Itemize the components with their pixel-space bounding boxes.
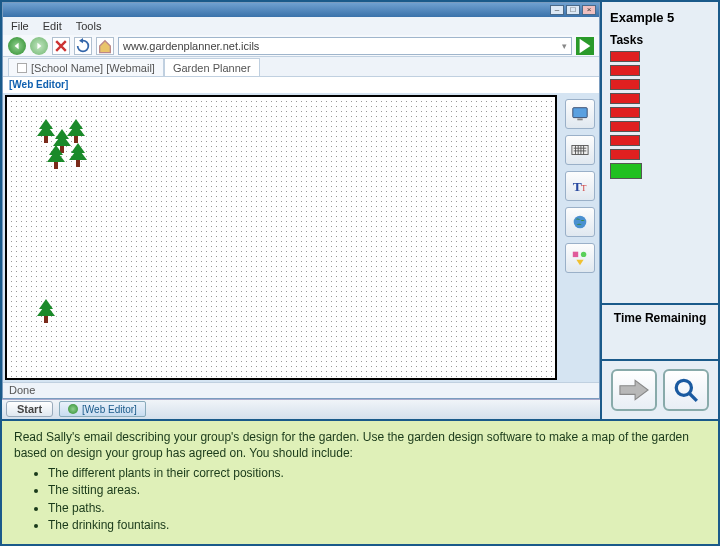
forward-button[interactable] <box>30 37 48 55</box>
svg-marker-14 <box>576 260 583 265</box>
task-indicator-done <box>610 121 640 132</box>
instruction-item: The drinking fountains. <box>48 517 706 533</box>
task-indicator-current <box>610 163 642 179</box>
zoom-button[interactable] <box>663 369 709 411</box>
minimize-button[interactable]: – <box>550 5 564 15</box>
nav-buttons <box>602 359 718 419</box>
task-indicator-done <box>610 93 640 104</box>
menu-edit[interactable]: Edit <box>43 20 62 32</box>
tab-label: Garden Planner <box>173 62 251 74</box>
status-bar: Done <box>3 382 599 398</box>
browser-window: – □ × File Edit Tools <box>2 2 600 399</box>
instructions-list: The different plants in their correct po… <box>48 465 706 533</box>
tool-shapes[interactable] <box>565 243 595 273</box>
svg-point-15 <box>676 380 691 395</box>
tree-sprite[interactable] <box>37 295 55 323</box>
svg-rect-0 <box>573 108 587 118</box>
task-indicator-done <box>610 51 640 62</box>
home-button[interactable] <box>96 37 114 55</box>
task-progress-list <box>602 49 718 181</box>
stop-button[interactable] <box>52 37 70 55</box>
tab-webmail[interactable]: [School Name] [Webmail] <box>8 58 164 76</box>
taskbar-app-webeditor[interactable]: [Web Editor] <box>59 401 146 417</box>
svg-point-13 <box>581 252 586 257</box>
status-text: Done <box>9 384 35 396</box>
assessment-sidebar: Example 5 Tasks Time Remaining <box>602 2 718 419</box>
page-icon <box>17 63 27 73</box>
svg-rect-1 <box>577 119 582 121</box>
window-titlebar: – □ × <box>3 3 599 17</box>
top-area: – □ × File Edit Tools <box>2 2 718 419</box>
address-bar[interactable]: www.gardenplanner.net.icils ▾ <box>118 37 572 55</box>
address-text: www.gardenplanner.net.icils <box>123 40 259 52</box>
os-taskbar: Start [Web Editor] <box>2 399 600 419</box>
svg-rect-2 <box>572 146 588 155</box>
task-indicator-done <box>610 65 640 76</box>
instruction-item: The different plants in their correct po… <box>48 465 706 481</box>
tool-globe[interactable] <box>565 207 595 237</box>
nav-toolbar: www.gardenplanner.net.icils ▾ <box>3 35 599 57</box>
tree-sprite[interactable] <box>47 141 65 169</box>
left-pane: – □ × File Edit Tools <box>2 2 602 419</box>
dropdown-icon[interactable]: ▾ <box>562 41 567 51</box>
go-button[interactable] <box>576 37 594 55</box>
tree-sprite[interactable] <box>69 139 87 167</box>
reload-button[interactable] <box>74 37 92 55</box>
tool-text[interactable]: TT <box>565 171 595 201</box>
svg-rect-12 <box>573 252 578 257</box>
menu-bar: File Edit Tools <box>3 17 599 35</box>
menu-file[interactable]: File <box>11 20 29 32</box>
tasks-heading: Tasks <box>602 29 718 49</box>
tab-garden-planner[interactable]: Garden Planner <box>164 58 260 76</box>
svg-point-11 <box>574 216 587 229</box>
task-indicator-done <box>610 135 640 146</box>
instruction-item: The sitting areas. <box>48 482 706 498</box>
instruction-item: The paths. <box>48 500 706 516</box>
tool-screen[interactable] <box>565 99 595 129</box>
tab-bar: [School Name] [Webmail] Garden Planner <box>3 57 599 77</box>
menu-tools[interactable]: Tools <box>76 20 102 32</box>
editor-title: [Web Editor] <box>3 77 599 93</box>
example-title: Example 5 <box>602 2 718 29</box>
instructions-panel: Read Sally's email describing your group… <box>2 419 718 544</box>
task-indicator-done <box>610 107 640 118</box>
tool-palette: TT <box>563 95 597 380</box>
close-button[interactable]: × <box>582 5 596 15</box>
time-remaining-section: Time Remaining <box>602 303 718 359</box>
start-button[interactable]: Start <box>6 401 53 417</box>
app-root: – □ × File Edit Tools <box>0 0 720 546</box>
back-button[interactable] <box>8 37 26 55</box>
design-canvas[interactable] <box>5 95 557 380</box>
tool-keyboard[interactable] <box>565 135 595 165</box>
task-indicator-done <box>610 79 640 90</box>
svg-line-16 <box>689 393 697 401</box>
tab-label: [School Name] [Webmail] <box>31 62 155 74</box>
instructions-intro: Read Sally's email describing your group… <box>14 429 706 461</box>
time-remaining-label: Time Remaining <box>608 311 712 325</box>
editor-area: TT <box>3 93 599 382</box>
maximize-button[interactable]: □ <box>566 5 580 15</box>
app-icon <box>68 404 78 414</box>
taskbar-app-label: [Web Editor] <box>82 404 137 415</box>
svg-text:T: T <box>581 183 587 193</box>
next-button[interactable] <box>611 369 657 411</box>
task-indicator-done <box>610 149 640 160</box>
